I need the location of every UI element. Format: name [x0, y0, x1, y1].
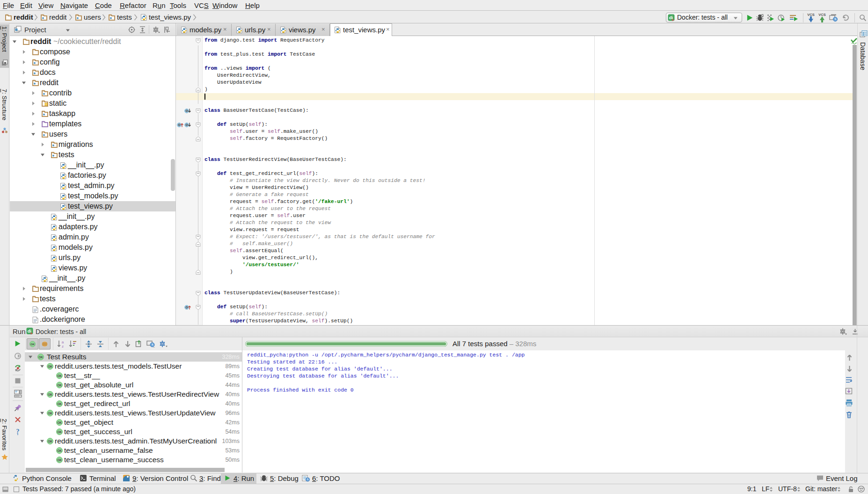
svg-text:VCS: VCS [818, 13, 825, 17]
svg-text:OK: OK [57, 421, 62, 424]
svg-text:OK: OK [57, 384, 62, 387]
svg-text:VCS: VCS [807, 13, 814, 17]
svg-text:OK: OK [57, 374, 62, 378]
svg-text:z: z [62, 344, 64, 348]
svg-text:OK: OK [48, 412, 52, 415]
svg-text:?: ? [16, 428, 20, 435]
svg-text:OK: OK [57, 402, 62, 406]
svg-text:a: a [62, 340, 64, 344]
svg-text:OK: OK [57, 458, 62, 462]
svg-text:OK: OK [38, 356, 43, 359]
svg-text:OK: OK [57, 449, 62, 452]
svg-text:OK: OK [48, 393, 52, 396]
svg-text:OK: OK [57, 430, 62, 434]
svg-text:OK: OK [48, 440, 52, 443]
svg-text:OK: OK [30, 343, 35, 346]
svg-text:OK: OK [48, 365, 52, 368]
